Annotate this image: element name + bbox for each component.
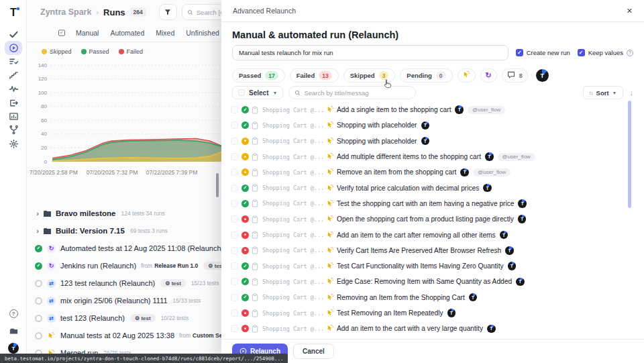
test-title[interactable]: Test the shopping cart with an item havi… bbox=[337, 200, 514, 207]
sidebar-item-runs-icon[interactable] bbox=[5, 41, 22, 54]
test-title[interactable]: Add an item to the cart with a very larg… bbox=[337, 325, 483, 332]
test-row[interactable]: ✓Shopping Cart @...Removing an Item from… bbox=[221, 290, 644, 305]
test-checkbox[interactable] bbox=[231, 294, 238, 301]
run-name-input[interactable] bbox=[232, 45, 508, 60]
sidebar-item-check-icon[interactable] bbox=[5, 28, 22, 41]
sidebar-item-export-icon[interactable] bbox=[5, 96, 22, 109]
test-row[interactable]: •Shopping Cart @...Add an item to the ca… bbox=[221, 227, 644, 242]
run-title[interactable]: Manual tests at 02 Aug 2025 13:38 bbox=[60, 331, 174, 340]
run-title[interactable]: Automated tests at 12 Aug 2025 11:08 (Re… bbox=[60, 244, 223, 252]
test-title[interactable]: Verify Cart Items Are Preserved After Br… bbox=[337, 247, 501, 254]
keep-values-option[interactable]: ✓ Keep values ? bbox=[578, 49, 633, 56]
breadcrumb-section[interactable]: Runs bbox=[103, 7, 125, 17]
select-all-checkbox[interactable] bbox=[238, 89, 245, 96]
filter-pill-pending[interactable]: Pending0 bbox=[400, 68, 452, 83]
test-row[interactable]: ✓Shopping Cart @...Verify total price ca… bbox=[221, 180, 644, 195]
filter-pill-failed[interactable]: Failed13 bbox=[290, 68, 339, 83]
run-title[interactable]: test 123 (Relaunch) bbox=[60, 314, 125, 322]
chevron-right-icon[interactable]: › bbox=[35, 227, 40, 235]
close-icon[interactable]: ✕ bbox=[627, 7, 633, 15]
test-checkbox[interactable] bbox=[231, 278, 238, 285]
chevron-right-icon[interactable]: › bbox=[35, 209, 40, 217]
sidebar-item-pulse-icon[interactable] bbox=[5, 83, 22, 96]
sort-button[interactable]: ↑↓ Sort ▼ bbox=[583, 86, 623, 99]
modal-scrollbar[interactable] bbox=[628, 101, 631, 208]
test-tag[interactable]: @user_flow bbox=[473, 168, 511, 176]
create-new-run-checkbox[interactable]: ✓ bbox=[516, 49, 523, 56]
test-row[interactable]: ✓Shopping Cart @...Shopping with placeho… bbox=[221, 117, 644, 133]
test-row[interactable]: •Shopping Cart @...Test Removing an Item… bbox=[221, 305, 644, 321]
filter-pill-passed[interactable]: Passed17 bbox=[232, 68, 285, 83]
test-title[interactable]: Removing an Item from the Shopping Cart bbox=[337, 294, 465, 301]
test-checkbox[interactable] bbox=[231, 247, 238, 254]
keep-values-checkbox[interactable]: ✓ bbox=[578, 49, 585, 56]
test-checkbox[interactable] bbox=[231, 138, 238, 145]
run-title[interactable]: mix origin 25/06 (Relaunch) 1111 bbox=[60, 297, 168, 305]
test-checkbox[interactable] bbox=[231, 153, 238, 160]
test-row[interactable]: •Shopping Cart @...Add an item to the ca… bbox=[221, 321, 644, 336]
runs-view-icon[interactable] bbox=[58, 29, 66, 37]
help-icon[interactable]: ? bbox=[627, 50, 633, 56]
sidebar-item-steps-icon[interactable] bbox=[5, 68, 22, 82]
test-row[interactable]: •Shopping Cart @...Verify Cart Items Are… bbox=[221, 243, 644, 258]
test-title[interactable]: Shopping with placeholder bbox=[337, 121, 417, 129]
test-checkbox[interactable] bbox=[231, 325, 238, 332]
sidebar-item-gear-icon[interactable] bbox=[5, 137, 22, 150]
sidebar-item-branch-icon[interactable] bbox=[5, 123, 22, 137]
run-title[interactable]: Jenkins run (Relaunch) bbox=[60, 262, 136, 270]
test-checkbox[interactable] bbox=[231, 168, 238, 176]
run-group-title[interactable]: Build: Version 7.15 bbox=[56, 227, 125, 235]
tab-unfinished[interactable]: Unfinished bbox=[186, 29, 219, 37]
test-title[interactable]: Test Removing an Item Repeatedly bbox=[337, 309, 443, 317]
test-title[interactable]: Test Cart Functionality with Items Havin… bbox=[337, 262, 504, 270]
test-title[interactable]: Add a single item to the shopping cart bbox=[337, 106, 451, 113]
test-row[interactable]: ✓Shopping Cart @...Add a single item to … bbox=[221, 102, 644, 117]
test-checkbox[interactable] bbox=[231, 106, 238, 113]
select-dropdown[interactable]: Select ▼ bbox=[232, 86, 283, 99]
create-new-run-option[interactable]: ✓ Create new run bbox=[516, 49, 570, 56]
test-row[interactable]: •Shopping Cart @...Shopping with placeho… bbox=[221, 134, 644, 149]
test-title[interactable]: Add multiple different items to the shop… bbox=[337, 153, 481, 160]
assignee-avatar[interactable]: T bbox=[536, 69, 549, 82]
help-icon[interactable]: ? bbox=[5, 307, 22, 320]
tests-search-box[interactable] bbox=[288, 86, 416, 99]
left-panel-scrollbar[interactable] bbox=[216, 173, 219, 197]
download-icon[interactable]: ↓ bbox=[630, 89, 634, 97]
test-title[interactable]: Edge Case: Removing Item with Same Quant… bbox=[337, 278, 512, 285]
run-group-title[interactable]: Bravo milestone bbox=[56, 209, 115, 217]
test-tag[interactable]: @user_flow bbox=[468, 106, 505, 114]
test-title[interactable]: Remove an item from the shopping cart bbox=[337, 168, 456, 176]
filter-button[interactable] bbox=[159, 4, 177, 20]
cancel-button[interactable]: Cancel bbox=[293, 344, 334, 359]
sidebar-item-report-icon[interactable] bbox=[5, 109, 22, 123]
test-title[interactable]: Verify total price calculation with deci… bbox=[337, 185, 479, 192]
breadcrumb-project[interactable]: Zyntra Spark bbox=[40, 7, 91, 17]
test-row[interactable]: •Shopping Cart @...Remove an item from t… bbox=[221, 164, 644, 180]
test-row[interactable]: •Shopping Cart @...Add multiple differen… bbox=[221, 149, 644, 164]
test-checkbox[interactable] bbox=[231, 262, 238, 270]
test-checkbox[interactable] bbox=[231, 185, 238, 192]
tab-automated[interactable]: Automated bbox=[110, 29, 144, 37]
folders-icon[interactable] bbox=[5, 324, 22, 338]
test-checkbox[interactable] bbox=[231, 309, 238, 317]
test-title[interactable]: Add an item to the cart after removing a… bbox=[337, 231, 496, 239]
test-checkbox[interactable] bbox=[231, 215, 238, 223]
tests-search-input[interactable] bbox=[304, 89, 410, 97]
test-title[interactable]: Open the shopping cart from a product li… bbox=[337, 215, 514, 223]
run-title[interactable]: 123 test relaunch (Relaunch) bbox=[60, 279, 155, 287]
sidebar-item-list-check-icon[interactable] bbox=[5, 55, 22, 68]
test-checkbox[interactable] bbox=[231, 121, 238, 129]
test-checkbox[interactable] bbox=[231, 231, 238, 239]
user-logo-avatar[interactable]: T bbox=[5, 342, 22, 355]
test-tag[interactable]: @user_flow bbox=[498, 153, 535, 161]
filter-pill-comments[interactable]: 8 bbox=[502, 68, 528, 83]
tab-mixed[interactable]: Mixed bbox=[156, 29, 174, 37]
tab-manual[interactable]: Manual bbox=[76, 29, 99, 37]
filter-pill-automated-run-icon[interactable]: ↻ bbox=[480, 68, 497, 83]
app-logo[interactable]: T bbox=[0, 3, 27, 23]
test-row[interactable]: •Shopping Cart @...Open the shopping car… bbox=[221, 211, 644, 227]
test-row[interactable]: ✓Shopping Cart @...Edge Case: Removing I… bbox=[221, 274, 644, 289]
test-row[interactable]: ✓Shopping Cart @...Test Cart Functionali… bbox=[221, 258, 644, 274]
test-row[interactable]: ✓Shopping Cart @...Test the shopping car… bbox=[221, 196, 644, 211]
test-title[interactable]: Shopping with placeholder bbox=[337, 138, 417, 145]
